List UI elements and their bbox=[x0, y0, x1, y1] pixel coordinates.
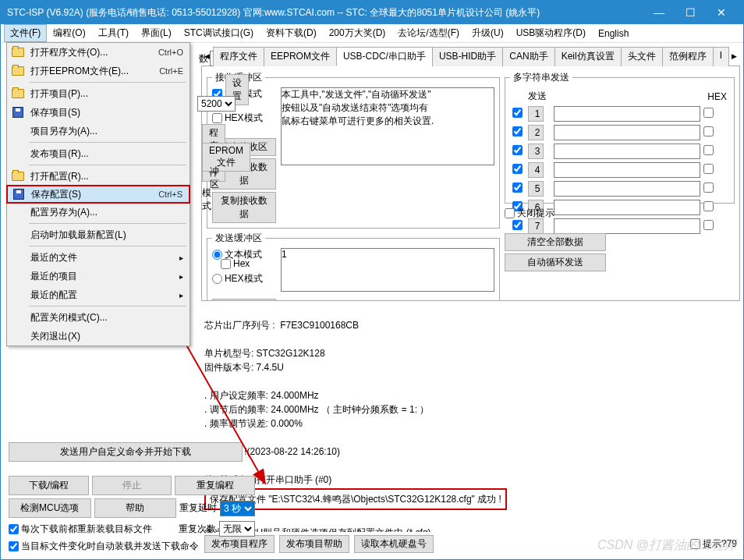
help-button[interactable]: 帮助 bbox=[94, 498, 177, 518]
multi-send-3[interactable]: 3 bbox=[528, 144, 544, 159]
multi-hex-3[interactable] bbox=[703, 145, 714, 155]
send-hex-mode[interactable]: HEX模式 bbox=[212, 272, 276, 285]
multi-input-5[interactable] bbox=[554, 181, 700, 197]
menu-item[interactable]: 最近的配置▸ bbox=[7, 285, 190, 304]
reprog-button[interactable]: 重复编程 bbox=[175, 476, 255, 495]
read-disk-button[interactable]: 读取本机硬盘号 bbox=[354, 535, 434, 553]
multi-send-7[interactable]: 7 bbox=[528, 218, 544, 234]
multi-hex-1[interactable] bbox=[703, 108, 714, 118]
detect-button[interactable]: 检测MCU选项 bbox=[9, 498, 91, 518]
multi-send-5[interactable]: 5 bbox=[528, 181, 544, 197]
menu-tools[interactable]: 工具(T) bbox=[92, 24, 135, 42]
multi-input-3[interactable] bbox=[554, 144, 700, 159]
tab-keil[interactable]: Keil仿真设置 bbox=[554, 47, 622, 66]
download-button[interactable]: 下载/编程 bbox=[9, 476, 89, 495]
menu-upgrade[interactable]: 升级(U) bbox=[466, 24, 510, 42]
tab-serial[interactable]: USB-CDC/串口助手 bbox=[336, 47, 433, 66]
multi-input-1[interactable] bbox=[554, 106, 700, 122]
multi-send-2[interactable]: 2 bbox=[528, 125, 544, 140]
auto-loop-button[interactable]: 自动循环发送 bbox=[505, 253, 606, 271]
tab-scroll-right[interactable]: ▶ bbox=[728, 50, 740, 62]
menu-item[interactable]: 关闭退出(X) bbox=[7, 327, 190, 346]
menu-program[interactable]: 编程(O) bbox=[47, 24, 91, 42]
recv-textarea[interactable]: 本工具中,"发送文件","自动循环发送" 按钮以及"自动发送结束符"选项均有 鼠… bbox=[281, 87, 494, 165]
publish-help-button[interactable]: 发布项目帮助 bbox=[279, 535, 349, 553]
left-bottom: 发送用户自定义命令并开始下载 下载/编程 停止 重复编程 检测MCU选项 帮助 … bbox=[9, 442, 255, 556]
menu-item[interactable]: 发布项目(R)... bbox=[7, 144, 190, 163]
stop-button: 停止 bbox=[92, 476, 172, 495]
multi-input-6[interactable] bbox=[554, 200, 700, 215]
multi-hex-7[interactable] bbox=[703, 220, 714, 230]
minimize-button[interactable]: — bbox=[643, 1, 675, 24]
menu-item[interactable]: 配置关闭模式(C)... bbox=[7, 308, 190, 327]
multi-input-4[interactable] bbox=[554, 162, 700, 178]
menu-item[interactable]: 配置另存为(A)... bbox=[7, 203, 190, 222]
hex-check[interactable]: Hex bbox=[221, 258, 250, 269]
right-pane: ◀ 程序文件 EEPROM文件 USB-CDC/串口助手 USB-HID助手 C… bbox=[198, 43, 743, 559]
multi-input-2[interactable] bbox=[554, 125, 700, 140]
tab-programfile[interactable]: 程序文件 bbox=[213, 47, 264, 66]
titlebar: STC-ISP (V6.92A) (服务电话/销售电话: 0513-550129… bbox=[1, 1, 743, 24]
hint-check[interactable]: 提示?79 bbox=[690, 537, 737, 551]
multi-chk-4[interactable] bbox=[512, 164, 523, 174]
log-area: 芯片出厂序列号 : F7E3C9100168CB 单片机型号: STC32G12… bbox=[201, 301, 740, 532]
copy-recv-button[interactable]: 复制接收数据 bbox=[212, 192, 276, 223]
multi-hex-4[interactable] bbox=[703, 164, 714, 174]
tab-hid[interactable]: USB-HID助手 bbox=[432, 47, 503, 66]
custom-cmd-button[interactable]: 发送用户自定义命令并开始下载 bbox=[9, 442, 243, 462]
autoload-check[interactable]: 当目标文件变化时自动装载并发送下载命令 bbox=[9, 540, 199, 553]
menu-item[interactable]: 打开EEPROM文件(E)...Ctrl+E bbox=[7, 62, 190, 80]
menu-file[interactable]: 文件(F) bbox=[4, 24, 47, 42]
send-textarea[interactable]: 1 bbox=[281, 248, 494, 292]
menu-ui[interactable]: 界面(L) bbox=[135, 24, 178, 42]
recv-hex-mode[interactable]: HEX模式 bbox=[212, 112, 276, 125]
multi-title: 多字符串发送 bbox=[510, 71, 572, 84]
menubar: 文件(F) 编程(O) 工具(T) 界面(L) STC调试接口(G) 资料下载(… bbox=[1, 24, 743, 43]
multi-hex-2[interactable] bbox=[703, 126, 714, 136]
menu-item[interactable]: 启动时加载最新配置(L) bbox=[7, 225, 190, 244]
multi-chk-5[interactable] bbox=[512, 183, 523, 193]
menu-download[interactable]: 资料下载(D) bbox=[260, 24, 323, 42]
menu-item[interactable]: 打开配置(R)... bbox=[7, 167, 190, 186]
clear-all-button[interactable]: 清空全部数据 bbox=[505, 233, 606, 251]
tab-more[interactable]: I bbox=[713, 47, 729, 66]
reload-check[interactable]: 每次下载前都重新装载目标文件 bbox=[9, 523, 152, 536]
file-menu-dropdown: 打开程序文件(O)...Ctrl+O打开EEPROM文件(E)...Ctrl+E… bbox=[6, 42, 190, 346]
menu-item[interactable]: 最近的项目▸ bbox=[7, 267, 190, 285]
multi-chk-2[interactable] bbox=[512, 126, 523, 136]
menu-item[interactable]: 打开项目(P)... bbox=[7, 84, 190, 103]
delay-select[interactable]: 3 秒 bbox=[220, 501, 255, 516]
menu-prize[interactable]: 200万大奖(D) bbox=[323, 24, 392, 42]
bottom-buttons: 发布项目程序 发布项目帮助 读取本机硬盘号 提示?79 bbox=[201, 532, 740, 556]
multi-hex-6[interactable] bbox=[703, 201, 714, 211]
menu-item[interactable]: 保存配置(S)Ctrl+S bbox=[6, 185, 190, 204]
menu-usb[interactable]: USB驱动程序(D) bbox=[510, 24, 592, 42]
multi-input-7[interactable] bbox=[554, 218, 700, 234]
menu-item[interactable]: 保存项目(S) bbox=[7, 103, 190, 122]
count-select[interactable]: 无限 bbox=[219, 521, 255, 537]
tab-eepromfile[interactable]: EEPROM文件 bbox=[264, 47, 337, 66]
window-title: STC-ISP (V6.92A) (服务电话/销售电话: 0513-550129… bbox=[7, 6, 643, 19]
baud-select[interactable]: 5200 bbox=[197, 96, 236, 112]
tab-can[interactable]: CAN助手 bbox=[502, 47, 554, 66]
tab-header[interactable]: 头文件 bbox=[621, 47, 663, 66]
multi-hex-hdr: HEX bbox=[703, 89, 728, 104]
multi-send-1[interactable]: 1 bbox=[528, 106, 544, 122]
close-button[interactable]: ✕ bbox=[706, 1, 737, 24]
menu-item[interactable]: 项目另存为(A)... bbox=[7, 122, 190, 140]
menu-debug[interactable]: STC调试接口(G) bbox=[178, 24, 260, 42]
multi-chk-1[interactable] bbox=[512, 108, 523, 118]
multi-chk-7[interactable] bbox=[512, 220, 523, 230]
count-label: 重复次数 bbox=[179, 523, 216, 536]
menu-item[interactable]: 打开程序文件(O)...Ctrl+O bbox=[7, 43, 190, 62]
menu-forum[interactable]: 去论坛/选型(F) bbox=[391, 24, 466, 42]
recv-group: 接收缓冲区 文本模式 HEX模式 清空接收区 保存接收数据 复制接收数据 本工具… bbox=[207, 71, 500, 229]
maximize-button[interactable]: ☐ bbox=[675, 1, 706, 24]
multi-hex-5[interactable] bbox=[703, 183, 714, 193]
menu-item[interactable]: 最近的文件▸ bbox=[7, 248, 190, 267]
multi-send-4[interactable]: 4 bbox=[528, 162, 544, 178]
frag-mode: 模式 bbox=[202, 187, 211, 211]
menu-english[interactable]: English bbox=[592, 26, 635, 41]
tab-example[interactable]: 范例程序 bbox=[662, 47, 714, 66]
multi-chk-3[interactable] bbox=[512, 145, 523, 155]
